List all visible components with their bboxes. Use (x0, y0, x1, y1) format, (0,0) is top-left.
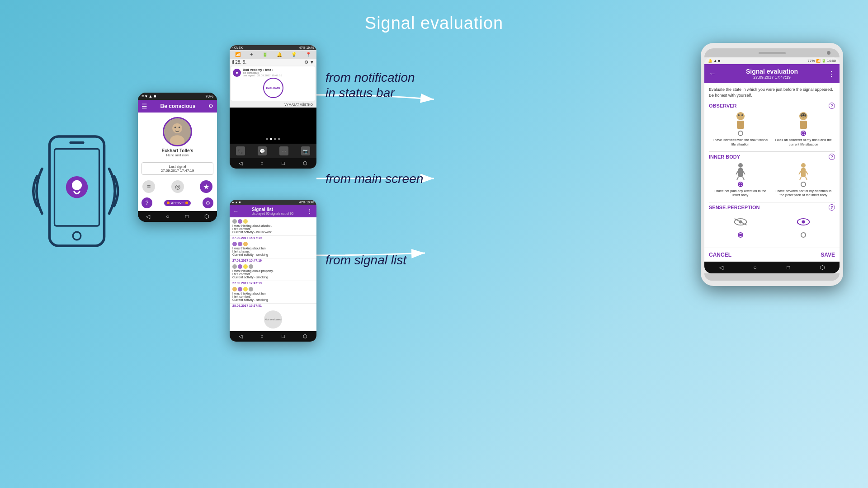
active-badge: ACTIVE (164, 200, 191, 206)
svg-line-33 (806, 177, 807, 180)
svg-line-32 (800, 177, 801, 180)
observer-option-2[interactable]: I was an observer of my mind and the cur… (775, 112, 832, 147)
signal-item[interactable]: I was thinking about property. I felt co… (230, 263, 316, 281)
signal-item[interactable]: I was thinking about fun. I felt shame. … (230, 240, 316, 258)
phone-sketch-decorative (27, 127, 127, 253)
main-phone-header: ☰ Be conscious ⚙ (138, 100, 217, 113)
inner-body-radio-2[interactable] (801, 182, 806, 187)
phone-main: ≡ ♥ ▲ ■ 78% ☰ Be conscious ⚙ Eckhart Tol… (138, 93, 217, 222)
sense-perception-option-2[interactable] (775, 213, 832, 239)
svg-rect-17 (800, 121, 807, 129)
signal-date-4: 28.09.2017 15:37:51 (230, 304, 316, 308)
svg-point-28 (801, 163, 806, 168)
phone-notification: 4KA SK 47% 19:49 📶 ✈ 🔋 🔔 💡 📍 il 28. 9. ⚙… (230, 45, 316, 169)
svg-point-22 (738, 163, 743, 168)
svg-line-30 (799, 171, 801, 174)
signal-list-status: ● ▲ ■ 47% 19:48 (230, 200, 316, 205)
sense-perception-option-1[interactable] (712, 213, 769, 239)
signal-date-3: 27.09.2017 17:47:19 (230, 281, 316, 285)
svg-point-9 (170, 135, 185, 146)
arrow-signal-list-label: from signal list (326, 253, 406, 267)
cancel-button[interactable]: CANCEL (709, 252, 731, 258)
chart-icon-btn[interactable]: ◎ (171, 180, 184, 193)
star-icon-btn[interactable]: ★ (200, 180, 212, 193)
arrow-notification-label: from notification in status bar (326, 70, 415, 100)
inner-body-option-2[interactable]: I have devoted part of my attention to t… (775, 163, 832, 198)
notif-status-bar: 4KA SK 47% 19:49 (230, 45, 316, 50)
notification-card: ● Buď vedomý • tenz • Be conscious last … (231, 66, 315, 101)
inner-body-option-1[interactable]: I have not paid any attention to the inn… (712, 163, 769, 198)
clear-all-btn[interactable]: VYMAZAT VŠETKO (230, 102, 316, 108)
sense-perception-options (709, 213, 835, 239)
arrow-main-screen-label: from main screen (326, 172, 423, 186)
divider-2 (709, 202, 835, 202)
eval-footer: CANCEL SAVE (704, 248, 840, 262)
svg-line-31 (806, 171, 808, 174)
signal-item[interactable]: I was thinking about alcohol. I felt com… (230, 217, 316, 236)
camera (827, 51, 830, 55)
eval-header: ← Signal evaluation 27.09.2017 17:47:19 … (704, 64, 840, 83)
divider (709, 151, 835, 152)
observer-option-1[interactable]: I have identified with the real/fictiona… (712, 112, 769, 147)
inner-body-options: I have not paid any attention to the inn… (709, 163, 835, 198)
signal-item[interactable]: I was thinking about fun. I felt comfort… (230, 285, 316, 304)
settings-btn[interactable]: ⚙ (203, 197, 213, 208)
svg-point-15 (741, 114, 743, 116)
notif-number-row: il 28. 9. ⚙ ▼ (230, 59, 316, 66)
eval-content: Evaluate the state in which you were jus… (704, 83, 840, 248)
svg-line-24 (736, 171, 738, 174)
observer-radio-2[interactable] (801, 131, 806, 136)
svg-rect-29 (801, 168, 806, 177)
wallpaper-area (230, 108, 316, 144)
eval-phone-inner: 🔔 ▲ ■ 77% 📶 🔋 14:50 ← Signal evaluation … (704, 57, 840, 273)
svg-point-6 (72, 180, 82, 190)
phone-bottom (704, 273, 840, 281)
page-title: Signal evaluation (0, 0, 868, 33)
main-phone-buttons: ≡ ◎ ★ (138, 178, 217, 196)
observer-section-title: OBSERVER ? (709, 103, 835, 109)
home-icons-row: 📞 💬 ⋯ 📷 (230, 144, 316, 158)
inner-body-section-title: INNER BODY ? (709, 154, 835, 160)
sense-radio-2[interactable] (801, 232, 806, 238)
save-button[interactable]: SAVE (821, 252, 835, 258)
phone-evaluation: 🔔 ▲ ■ 77% 📶 🔋 14:50 ← Signal evaluation … (701, 43, 843, 286)
signal-list-nav: ◁ ○ □ ⬡ (230, 331, 316, 342)
page-dots (266, 138, 280, 140)
svg-line-26 (737, 177, 738, 180)
signal-date-1: 27.09.2017 15:17:19 (230, 236, 316, 240)
observer-help-icon[interactable]: ? (829, 103, 835, 109)
signal-list-header: ← Signal list displayed 95 signals out o… (230, 205, 316, 217)
list-icon-btn[interactable]: ≡ (142, 180, 155, 193)
signal-date-2: 27.09.2017 15:47:19 (230, 258, 316, 263)
speaker-grille (759, 52, 786, 54)
svg-point-38 (802, 221, 805, 224)
last-signal-box: Last signal 27.09.2017 17:47:19 (142, 162, 213, 175)
observer-radio-1[interactable] (738, 131, 743, 136)
inner-body-radio-1[interactable] (738, 182, 743, 187)
svg-point-11 (179, 127, 180, 128)
main-phone-status-bar: ≡ ♥ ▲ ■ 78% (138, 93, 217, 100)
eval-nav: ◁ ○ □ ⬡ (704, 262, 840, 273)
avatar-section: Eckhart Tolle's Here and now (138, 113, 217, 160)
not-evaluated-btn[interactable]: Not evaluated (264, 310, 282, 328)
svg-point-21 (802, 114, 804, 116)
eval-status-bar: 🔔 ▲ ■ 77% 📶 🔋 14:50 (704, 57, 840, 64)
evaluate-button[interactable]: EVALUATE (263, 78, 283, 98)
svg-rect-23 (738, 168, 743, 177)
svg-point-12 (736, 112, 745, 120)
svg-point-3 (73, 232, 81, 240)
sense-perception-title: SENSE-PERCEPTION ? (709, 204, 835, 211)
avatar (163, 117, 192, 146)
notif-phone-nav: ◁ ○ □ ⬡ (230, 158, 316, 169)
main-phone-nav: ◁ ○ □ ⬡ (138, 211, 217, 222)
main-phone-screen: Eckhart Tolle's Here and now Last signal… (138, 113, 217, 211)
svg-point-10 (175, 127, 176, 128)
notif-icons-row: 📶 ✈ 🔋 🔔 💡 📍 (230, 50, 316, 59)
sense-radio-1[interactable] (738, 232, 743, 238)
svg-line-25 (743, 171, 745, 174)
sense-perception-help-icon[interactable]: ? (829, 204, 835, 211)
inner-body-help-icon[interactable]: ? (829, 154, 835, 160)
help-btn[interactable]: ? (142, 197, 152, 208)
svg-rect-13 (737, 121, 744, 129)
app-icon: ● (233, 69, 241, 77)
